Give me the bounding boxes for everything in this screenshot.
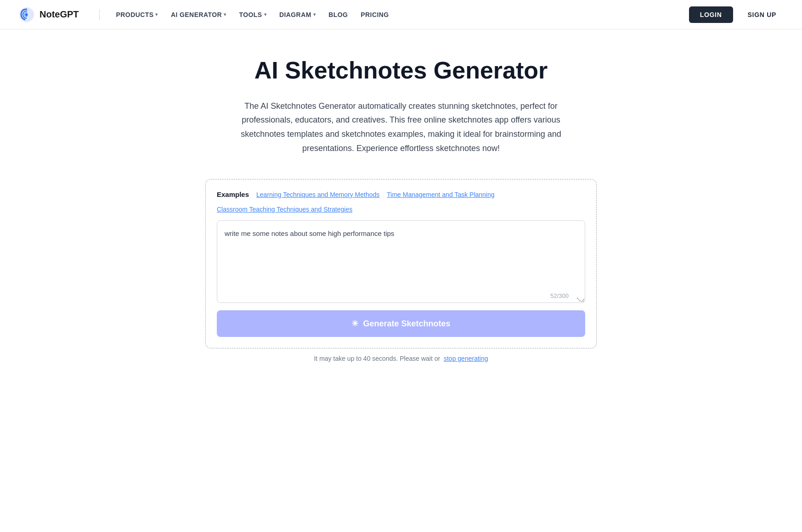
- nav-links: PRODUCTS ▾ AI GENERATOR ▾ TOOLS ▾ DIAGRA…: [111, 7, 689, 22]
- main-content: AI Sketchnotes Generator The AI Sketchno…: [194, 29, 608, 381]
- svg-point-1: [26, 13, 28, 16]
- nav-auth: LOGIN SIGN UP: [689, 6, 784, 23]
- generate-button[interactable]: ✳ Generate Sketchnotes: [217, 310, 585, 337]
- navbar: NoteGPT PRODUCTS ▾ AI GENERATOR ▾ TOOLS …: [0, 0, 802, 29]
- signup-button[interactable]: SIGN UP: [740, 6, 784, 23]
- generator-card: Examples Learning Techniques and Memory …: [205, 179, 597, 348]
- page-title: AI Sketchnotes Generator: [254, 57, 548, 84]
- logo-link[interactable]: NoteGPT: [18, 6, 79, 23]
- prompt-textarea[interactable]: write me some notes about some high perf…: [217, 220, 585, 303]
- login-button[interactable]: LOGIN: [689, 6, 733, 23]
- chevron-down-icon: ▾: [313, 12, 316, 17]
- example-link-1[interactable]: Learning Techniques and Memory Methods: [256, 191, 379, 198]
- char-count: 52/300: [550, 292, 569, 299]
- nav-products[interactable]: PRODUCTS ▾: [111, 7, 164, 22]
- nav-diagram[interactable]: DIAGRAM ▾: [274, 7, 321, 22]
- chevron-down-icon: ▾: [264, 12, 266, 17]
- nav-pricing[interactable]: PRICING: [355, 7, 394, 22]
- resize-handle-icon: ⤡: [576, 296, 582, 301]
- generate-sparkle-icon: ✳: [351, 319, 358, 329]
- chevron-down-icon: ▾: [155, 12, 158, 17]
- nav-ai-generator[interactable]: AI GENERATOR ▾: [165, 7, 232, 22]
- wait-notice: It may take up to 40 seconds. Please wai…: [314, 355, 488, 362]
- example-link-3[interactable]: Classroom Teaching Techniques and Strate…: [217, 206, 352, 213]
- wait-notice-text: It may take up to 40 seconds. Please wai…: [314, 355, 440, 362]
- logo-text: NoteGPT: [40, 9, 79, 20]
- textarea-wrapper: write me some notes about some high perf…: [217, 220, 585, 305]
- chevron-down-icon: ▾: [224, 12, 226, 17]
- nav-tools[interactable]: TOOLS ▾: [233, 7, 272, 22]
- examples-label: Examples: [217, 190, 249, 198]
- stop-generating-link[interactable]: stop generating: [444, 355, 488, 362]
- nav-blog[interactable]: BLOG: [323, 7, 353, 22]
- nav-divider: [99, 9, 100, 20]
- examples-bar: Examples Learning Techniques and Memory …: [217, 190, 585, 213]
- example-link-2[interactable]: Time Management and Task Planning: [387, 191, 494, 198]
- generate-button-label: Generate Sketchnotes: [363, 319, 450, 329]
- page-description: The AI Sketchnotes Generator automatical…: [226, 99, 576, 155]
- logo-icon: [18, 6, 35, 23]
